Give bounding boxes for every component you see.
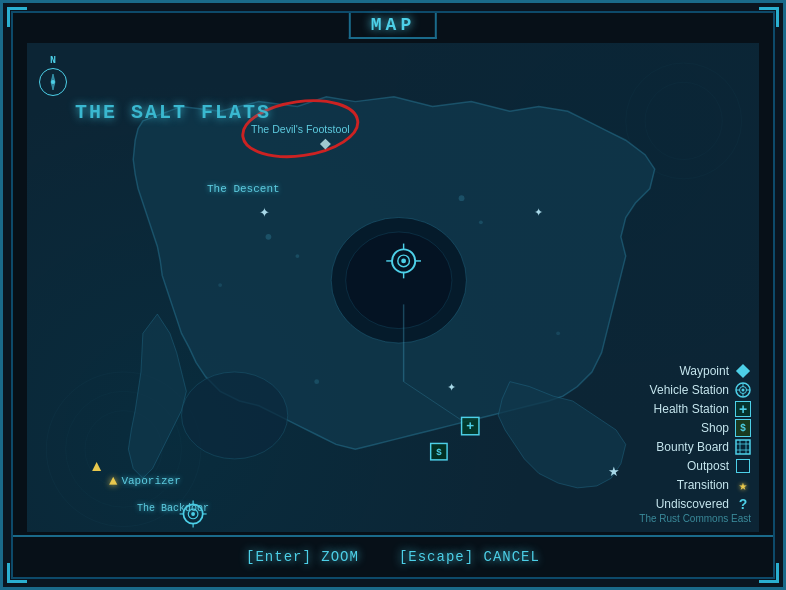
svg-text:✦: ✦: [447, 381, 456, 393]
svg-text:★: ★: [608, 465, 620, 479]
legend-outpost: Outpost: [650, 458, 751, 474]
svg-point-47: [51, 80, 55, 84]
svg-point-13: [459, 195, 465, 201]
waypoint-legend-icon: [735, 363, 751, 379]
svg-point-7: [346, 232, 452, 329]
svg-point-15: [314, 379, 319, 384]
svg-rect-55: [736, 440, 750, 454]
zoom-label: ZOOM: [321, 549, 359, 565]
svg-text:✦: ✦: [534, 206, 543, 218]
svg-point-17: [556, 331, 560, 335]
legend-health: Health Station +: [650, 401, 751, 417]
map-area: + $ ▲ ✦ ✦ ✦ ★: [27, 43, 759, 532]
vaporizer-label: ▲ Vaporizer: [109, 473, 181, 489]
svg-point-12: [295, 254, 299, 258]
region-label: THE SALT FLATS: [75, 101, 271, 124]
svg-point-14: [479, 220, 483, 224]
enter-control: [Enter] ZOOM: [246, 549, 359, 565]
svg-marker-9: [498, 382, 625, 488]
legend-shop: Shop $: [650, 420, 751, 436]
escape-key: [Escape]: [399, 549, 474, 565]
inner-frame: MAP: [11, 11, 775, 579]
bounty-legend-icon: [735, 439, 751, 455]
vehicle-legend-icon: [735, 382, 751, 398]
location-backdoor: The Backdoor: [137, 503, 209, 514]
legend-shop-label: Shop: [701, 421, 729, 435]
vaporizer-text: Vaporizer: [121, 475, 180, 487]
legend-waypoint: Waypoint: [650, 363, 751, 379]
enter-key: [Enter]: [246, 549, 312, 565]
legend-bounty-label: Bounty Board: [656, 440, 729, 454]
location-descent: The Descent: [207, 183, 280, 195]
legend-transition: Transition ★: [650, 477, 751, 493]
legend-transition-label: Transition: [677, 478, 729, 492]
legend-waypoint-label: Waypoint: [679, 364, 729, 378]
svg-point-11: [266, 234, 272, 240]
outer-frame: MAP: [0, 0, 786, 590]
svg-text:▲: ▲: [89, 457, 104, 474]
svg-text:The Devil's Footstool: The Devil's Footstool: [251, 123, 350, 135]
svg-point-4: [645, 82, 722, 159]
svg-text:+: +: [466, 418, 474, 433]
title-bar: MAP: [349, 13, 437, 39]
legend-undiscovered-label: Undiscovered: [656, 497, 729, 511]
undiscovered-legend-icon: ?: [735, 496, 751, 512]
legend-vehicle-label: Vehicle Station: [650, 383, 729, 397]
legend-vehicle: Vehicle Station: [650, 382, 751, 398]
legend-bounty: Bounty Board: [650, 439, 751, 455]
svg-point-10: [182, 372, 288, 459]
cancel-label: CANCEL: [484, 549, 540, 565]
svg-text:✦: ✦: [259, 206, 270, 220]
svg-point-16: [218, 283, 222, 287]
compass: N: [39, 55, 67, 96]
legend-outpost-label: Outpost: [687, 459, 729, 473]
map-title: MAP: [371, 15, 415, 35]
legend-health-label: Health Station: [654, 402, 729, 416]
subregion-label: The Rust Commons East: [639, 513, 751, 524]
legend: Waypoint Vehicle Station: [650, 363, 751, 512]
transition-legend-icon: ★: [735, 477, 751, 493]
shop-legend-icon: $: [735, 420, 751, 436]
health-legend-icon: +: [735, 401, 751, 417]
outpost-legend-icon: [735, 458, 751, 474]
svg-marker-8: [128, 314, 186, 478]
escape-control[interactable]: [Escape] CANCEL: [399, 549, 540, 565]
bottom-bar: [Enter] ZOOM [Escape] CANCEL: [13, 535, 773, 577]
svg-text:$: $: [436, 446, 442, 457]
legend-undiscovered: Undiscovered ?: [650, 496, 751, 512]
svg-point-50: [742, 389, 745, 392]
svg-point-20: [401, 259, 406, 264]
